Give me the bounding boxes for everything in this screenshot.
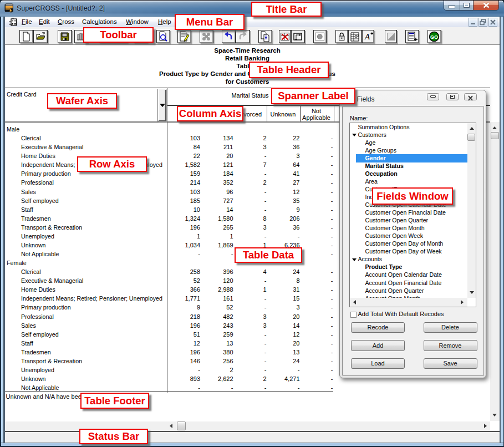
svg-text:GO: GO bbox=[430, 34, 438, 39]
svg-text:A: A bbox=[364, 32, 370, 41]
